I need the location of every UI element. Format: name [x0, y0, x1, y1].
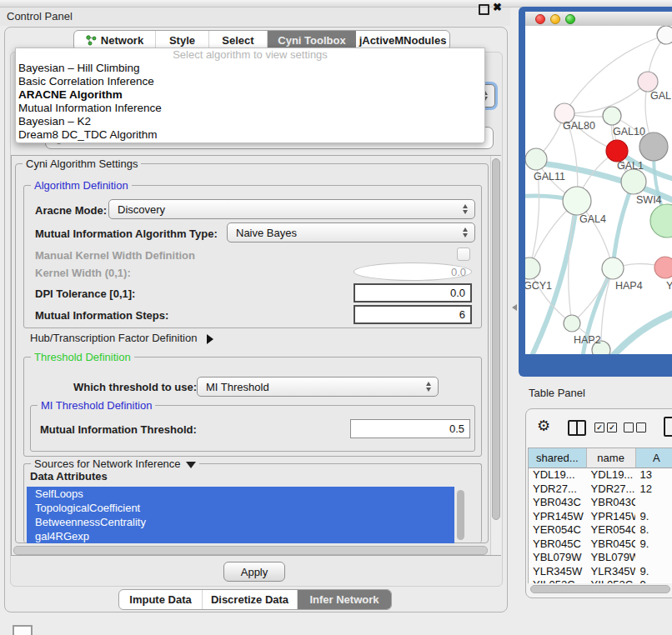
table-cell[interactable]: YDR27... — [529, 482, 587, 497]
table-cell[interactable]: 9 — [635, 578, 672, 583]
network-node[interactable] — [564, 315, 580, 332]
float-window-icon[interactable] — [479, 4, 489, 15]
column-header-name[interactable]: name — [587, 448, 636, 468]
table-row[interactable]: YDR27...YDR27...12 — [529, 482, 672, 497]
data-attribute-item[interactable]: gal4RGexp — [27, 529, 454, 543]
data-attributes-list[interactable]: SelfLoopsTopologicalCoefficientBetweenne… — [27, 487, 454, 543]
network-canvas[interactable]: GALGAL80GAL10GAL1GAL11SWI4GAL4GCY1HAP4YH… — [525, 26, 672, 354]
network-node[interactable] — [603, 107, 621, 125]
minimize-traffic-light-icon[interactable] — [550, 14, 560, 24]
data-attribute-item[interactable]: TopologicalCoefficient — [27, 501, 454, 515]
table-cell[interactable] — [635, 551, 672, 565]
mi-steps-field[interactable]: 6 — [354, 305, 472, 324]
checked-checkbox-icon[interactable]: ✓ — [607, 422, 617, 432]
network-node[interactable] — [650, 204, 672, 238]
checked-checkbox-icon[interactable]: ✓ — [594, 422, 604, 432]
network-graph[interactable]: GALGAL80GAL10GAL1GAL11SWI4GAL4GCY1HAP4YH… — [525, 26, 672, 354]
table-cell[interactable]: YIL052C — [529, 578, 587, 583]
tab-discretize-data[interactable]: Discretize Data — [203, 590, 298, 609]
table-cell[interactable]: YBR045C — [529, 538, 587, 552]
hub-definition-expander[interactable]: Hub/Transcription Factor Definition — [30, 332, 213, 344]
aracne-mode-combobox[interactable]: Discovery — [108, 199, 475, 219]
panel-divider-collapse-icon[interactable] — [512, 304, 517, 311]
expander-expanded-icon — [186, 462, 196, 468]
table-cell[interactable]: YER054C — [529, 523, 587, 538]
algorithm-popup-item[interactable]: Basic Correlation Inference — [16, 75, 484, 88]
table-cell[interactable]: YPR145W — [587, 510, 636, 524]
dpi-tolerance-field[interactable]: 0.0 — [354, 283, 472, 302]
network-node[interactable] — [654, 257, 672, 278]
table-row[interactable]: YIL052CYIL052C9 — [529, 578, 672, 583]
algorithm-popup-item[interactable]: Bayesian – K2 — [16, 115, 484, 128]
kernel-width-label: Kernel Width (0,1): — [35, 267, 131, 279]
table-horizontal-scrollbar-thumb[interactable] — [530, 585, 670, 593]
table-cell[interactable]: YER054C — [587, 523, 636, 538]
tab-infer-network[interactable]: Infer Network — [298, 590, 391, 609]
network-node[interactable] — [525, 148, 547, 170]
network-node[interactable] — [657, 26, 672, 44]
table-cell[interactable]: YBL079W — [529, 551, 587, 565]
table-cell[interactable]: 9. — [635, 565, 672, 579]
algorithm-popup-item[interactable]: Bayesian – Hill Climbing — [16, 62, 484, 75]
column-header-third[interactable]: A — [636, 448, 672, 468]
close-icon[interactable]: ✖ — [493, 1, 502, 13]
kernel-width-field[interactable]: 0.0 — [354, 262, 472, 281]
unchecked-checkbox-icon[interactable] — [624, 422, 634, 432]
table-cell[interactable]: 9. — [635, 510, 672, 524]
zoom-traffic-light-icon[interactable] — [565, 14, 575, 24]
network-node[interactable] — [563, 187, 591, 215]
mi-type-combobox[interactable]: Naive Bayes — [227, 222, 475, 242]
network-node[interactable] — [602, 258, 624, 279]
close-traffic-light-icon[interactable] — [535, 14, 545, 24]
data-attribute-item[interactable]: BetweennessCentrality — [27, 515, 454, 529]
attributes-list-scrollbar-thumb[interactable] — [457, 490, 464, 540]
algorithm-popup-item[interactable]: Mutual Information Inference — [16, 102, 484, 115]
table-cell[interactable]: YBL079W — [587, 551, 636, 565]
network-window-titlebar[interactable] — [525, 12, 672, 27]
algorithm-popup-item[interactable]: ARACNE Algorithm — [16, 88, 484, 102]
which-threshold-combobox[interactable]: MI Threshold — [197, 377, 439, 397]
gear-icon[interactable]: ⚙ — [537, 417, 550, 435]
table-row[interactable]: YLR345WYLR345W9. — [529, 565, 672, 579]
table-row[interactable]: YER054CYER054C8. — [529, 523, 672, 538]
unchecked-checkbox-icon[interactable] — [636, 422, 646, 432]
apply-button[interactable]: Apply — [223, 562, 285, 582]
table-row[interactable]: YBR045CYBR045C9. — [529, 538, 672, 552]
settings-horizontal-scrollbar-thumb[interactable] — [13, 546, 488, 555]
column-header-shared-name[interactable]: shared... — [529, 448, 587, 468]
network-node[interactable] — [638, 72, 658, 92]
table-cell[interactable]: YPR145W — [529, 510, 587, 524]
table-cell[interactable]: YBR045C — [587, 538, 636, 552]
table-cell[interactable]: YDL19... — [529, 468, 587, 482]
network-node[interactable] — [606, 140, 628, 162]
table-row[interactable]: YBL079WYBL079W — [529, 551, 672, 565]
table-cell[interactable]: YBR043C — [529, 496, 587, 510]
network-node[interactable] — [525, 258, 540, 279]
table-cell[interactable]: 9. — [635, 538, 672, 552]
table-cell[interactable]: YLR345W — [529, 565, 587, 579]
settings-vertical-scrollbar-thumb[interactable] — [492, 158, 500, 520]
table-cell[interactable]: YIL052C — [587, 578, 636, 583]
mi-threshold-field[interactable]: 0.5 — [350, 419, 470, 438]
algorithm-popup-item[interactable]: Dream8 DC_TDC Algorithm — [16, 128, 484, 142]
docked-panel-icon[interactable] — [13, 625, 33, 635]
table-cell[interactable]: 12 — [635, 482, 672, 497]
file-icon[interactable] — [664, 417, 672, 437]
table-cell[interactable]: YDR27... — [587, 482, 636, 497]
network-node[interactable] — [621, 169, 646, 194]
data-attribute-item[interactable]: SelfLoops — [27, 487, 454, 501]
table-cell[interactable]: YLR345W — [587, 565, 636, 579]
table-row[interactable]: YDL19...YDL19...13 — [529, 468, 672, 482]
network-edge[interactable] — [613, 182, 634, 268]
manual-kernel-checkbox[interactable] — [457, 248, 470, 261]
tab-impute-data[interactable]: Impute Data — [119, 590, 203, 609]
table-row[interactable]: YPR145WYPR145W9. — [529, 510, 672, 524]
table-cell[interactable] — [635, 496, 672, 510]
table-cell[interactable]: YDL19... — [587, 468, 636, 482]
split-view-icon[interactable] — [568, 420, 586, 436]
table-cell[interactable]: 8. — [635, 523, 672, 538]
table-cell[interactable]: 13 — [635, 468, 672, 482]
network-edge[interactable] — [609, 311, 672, 354]
table-cell[interactable]: YBR043C — [587, 496, 636, 510]
table-row[interactable]: YBR043CYBR043C — [529, 496, 672, 510]
